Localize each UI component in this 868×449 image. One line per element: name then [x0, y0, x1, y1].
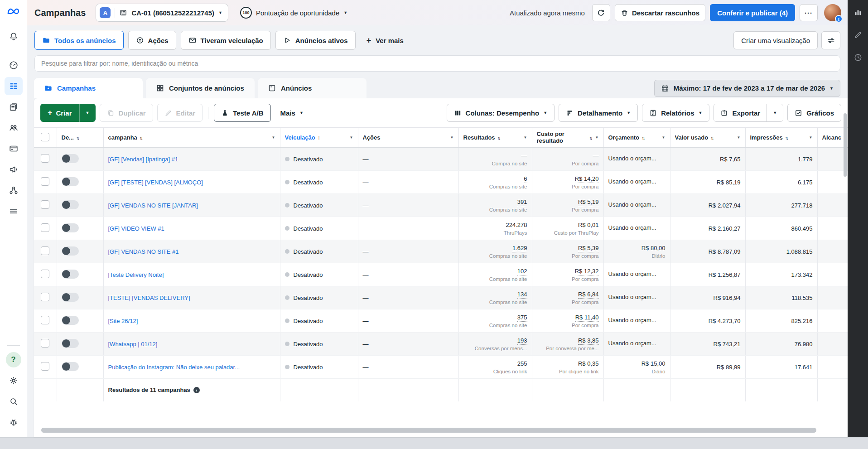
billing-card-icon[interactable] — [5, 140, 23, 158]
create-button[interactable]: + Criar — [40, 104, 79, 122]
header-actions[interactable]: Ações — [363, 134, 381, 141]
campaign-name-link[interactable]: [Site 26/12] — [108, 318, 275, 324]
campaign-toggle[interactable] — [62, 362, 79, 371]
row-checkbox[interactable] — [41, 223, 49, 232]
create-caret-button[interactable]: ▼ — [79, 104, 96, 122]
campaign-name-link[interactable]: [Whatsapp | 01/12] — [108, 341, 275, 348]
export-button[interactable]: Exportar — [714, 104, 767, 121]
filter-active-ads[interactable]: Anúncios ativos — [275, 31, 356, 50]
overview-gauge-icon[interactable] — [5, 56, 23, 74]
filter-caret-icon[interactable]: ▼ — [450, 135, 454, 140]
filter-caret-icon[interactable]: ▼ — [809, 135, 813, 140]
sort-icon[interactable]: ↑↓ — [497, 135, 501, 140]
see-more-filters-button[interactable]: + Ver mais — [360, 36, 410, 45]
ads-megaphone-icon[interactable] — [5, 160, 23, 179]
tab-ads[interactable]: Anúncios — [258, 78, 366, 98]
campaign-toggle[interactable] — [62, 339, 79, 348]
tab-ad-sets[interactable]: Conjuntos de anúncios — [146, 78, 255, 98]
campaign-toggle[interactable] — [62, 246, 79, 256]
header-budget[interactable]: Orçamento — [608, 134, 640, 141]
row-checkbox[interactable] — [41, 316, 49, 324]
notifications-bell-icon[interactable] — [5, 28, 23, 46]
campaign-toggle[interactable] — [62, 200, 79, 209]
audiences-people-icon[interactable] — [5, 119, 23, 137]
more-menu-button[interactable]: Mais ▼ — [275, 109, 309, 117]
header-delivery[interactable]: Veiculação — [285, 134, 315, 141]
filter-caret-icon[interactable]: ▼ — [524, 135, 527, 140]
row-checkbox[interactable] — [41, 293, 49, 301]
campaign-toggle[interactable] — [62, 177, 79, 186]
campaign-name-link[interactable]: [GF] VENDAS NO SITE #1 — [108, 248, 275, 255]
reports-button[interactable]: Relatórios ▼ — [642, 104, 709, 122]
campaign-name-link[interactable]: [Teste Delivery Noite] — [108, 271, 275, 278]
filter-caret-icon[interactable]: ▼ — [737, 135, 741, 140]
row-checkbox[interactable] — [41, 339, 49, 348]
row-checkbox[interactable] — [41, 200, 49, 209]
campaigns-table-icon[interactable] — [5, 77, 23, 95]
breakdown-button[interactable]: Detalhamento ▼ — [559, 104, 638, 122]
row-checkbox[interactable] — [41, 270, 49, 278]
ab-test-button[interactable]: Teste A/B — [214, 104, 271, 122]
sort-icon[interactable]: ↑↓ — [140, 135, 143, 140]
header-reach[interactable]: Alcanc — [822, 134, 842, 141]
campaign-name-link[interactable]: Publicação do Instagram: Não deixe seu p… — [108, 364, 275, 371]
create-view-button[interactable]: Criar uma visualização — [733, 31, 818, 49]
info-icon[interactable]: i — [193, 387, 200, 393]
all-tools-menu-icon[interactable] — [5, 202, 23, 220]
campaign-name-link[interactable]: [GF] [Vendas] [Ipatinga] #1 — [108, 156, 275, 163]
horizontal-scrollbar-thumb[interactable] — [41, 428, 816, 433]
insights-barchart-icon[interactable] — [851, 5, 865, 19]
campaign-name-link[interactable]: [GF] VIDEO VIEW #1 — [108, 225, 275, 232]
campaign-name-link[interactable]: [GF] VENDAS NO SITE [JANTAR] — [108, 202, 275, 209]
campaign-toggle[interactable] — [62, 154, 79, 163]
filter-had-delivery[interactable]: Tiveram veiculação — [181, 31, 271, 50]
account-selector[interactable]: A CA-01 (860512522212745) ▼ — [96, 4, 228, 22]
search-icon[interactable] — [5, 392, 23, 410]
filter-caret-icon[interactable]: ▼ — [662, 135, 665, 140]
duplicate-button[interactable]: Duplicar — [100, 104, 153, 122]
history-clock-icon[interactable] — [851, 51, 865, 64]
filter-caret-icon[interactable]: ▼ — [595, 135, 599, 140]
review-publish-button[interactable]: Conferir e publicar (4) — [710, 4, 795, 21]
sort-icon[interactable]: ↑↓ — [76, 135, 80, 140]
settings-gear-icon[interactable] — [5, 372, 23, 390]
sort-icon[interactable]: ↑↓ — [641, 135, 645, 140]
pages-icon[interactable] — [5, 98, 23, 116]
campaign-toggle[interactable] — [62, 270, 79, 279]
filter-caret-icon[interactable]: ▼ — [350, 135, 353, 140]
filter-actions[interactable]: Ações — [128, 31, 176, 50]
header-toggle[interactable]: De... — [62, 134, 74, 141]
campaign-toggle[interactable] — [62, 223, 79, 232]
more-options-button[interactable]: ··· — [800, 4, 818, 21]
row-checkbox[interactable] — [41, 154, 49, 163]
header-cost[interactable]: Custo por resultado — [537, 131, 587, 145]
filter-all-ads[interactable]: Todos os anúncios — [34, 31, 124, 50]
header-results[interactable]: Resultados — [463, 134, 495, 141]
export-caret-button[interactable]: ▼ — [767, 104, 783, 121]
report-bug-icon[interactable] — [5, 413, 23, 431]
row-checkbox[interactable] — [41, 177, 49, 186]
vertical-scrollbar-thumb[interactable] — [844, 113, 847, 177]
filter-caret-icon[interactable]: ▼ — [272, 135, 275, 140]
campaign-name-link[interactable]: [GF] [TESTE] [VENDAS] [ALMOÇO] — [108, 179, 275, 186]
user-avatar[interactable]: f — [824, 4, 841, 21]
business-connections-icon[interactable] — [5, 181, 23, 199]
edit-button[interactable]: Editar — [157, 104, 203, 122]
sort-icon[interactable]: ↑↓ — [589, 135, 593, 140]
row-checkbox[interactable] — [41, 246, 49, 255]
columns-button[interactable]: Colunas: Desempenho ▼ — [447, 104, 555, 122]
select-all-checkbox[interactable] — [41, 133, 49, 141]
header-impressions[interactable]: Impressões — [750, 134, 783, 141]
campaign-toggle[interactable] — [62, 293, 79, 302]
header-spent[interactable]: Valor usado — [675, 134, 709, 141]
edit-pencil-icon[interactable] — [851, 28, 865, 42]
help-icon[interactable]: ? — [5, 351, 23, 369]
sort-asc-icon[interactable]: ↑ — [318, 134, 321, 141]
row-checkbox[interactable] — [41, 362, 49, 371]
charts-button[interactable]: Gráficos — [787, 104, 841, 122]
search-input[interactable] — [34, 55, 840, 72]
opportunity-score-dropdown[interactable]: 100 Pontuação de oportunidade ▼ — [240, 7, 347, 19]
refresh-button[interactable] — [592, 4, 610, 21]
header-campaign[interactable]: campanha — [108, 134, 137, 141]
tab-campaigns[interactable]: Campanhas — [34, 78, 143, 98]
